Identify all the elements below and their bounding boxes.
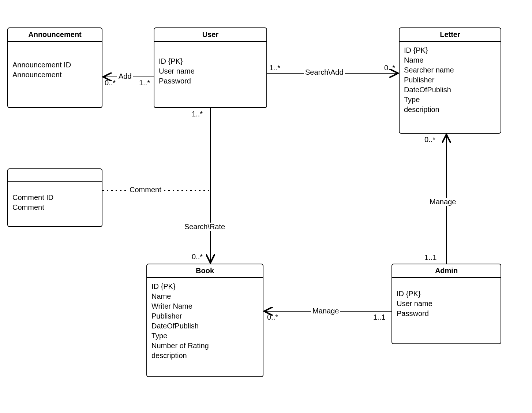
mult: 1..*: [192, 110, 203, 118]
class-title: Announcement: [8, 28, 102, 42]
assoc-label-manage-book: Manage: [311, 307, 340, 315]
class-user: User ID {PK} User name Password: [154, 27, 267, 108]
attr: Number of Rating: [151, 341, 258, 351]
mult: 0..*: [105, 79, 116, 87]
attr: Announcement: [12, 70, 97, 80]
attr: Comment ID: [12, 193, 97, 202]
mult: 1..1: [373, 313, 385, 321]
attr: ID {PK}: [151, 282, 258, 291]
class-admin: Admin ID {PK} User name Password: [391, 264, 501, 344]
attr: Password: [159, 76, 262, 86]
class-title: Letter: [400, 28, 501, 42]
assoc-label-manage-letter: Manage: [428, 198, 457, 206]
attr: User name: [397, 299, 496, 309]
attr: ID {PK}: [397, 289, 496, 299]
assoc-label-comment: Comment: [128, 186, 163, 194]
class-title: [8, 169, 102, 182]
mult: 1..1: [424, 253, 437, 262]
class-letter: Letter ID {PK} Name Searcher name Publis…: [399, 27, 501, 134]
attr: Publisher: [151, 311, 258, 321]
assoc-label-search-add: Search\Add: [304, 68, 345, 77]
class-title: Admin: [392, 264, 501, 278]
attr: Type: [404, 95, 496, 105]
attr: Writer Name: [151, 301, 258, 311]
mult: 1..*: [139, 79, 150, 87]
attr: Password: [397, 309, 496, 319]
assoc-label-add: Add: [117, 72, 133, 81]
attr: DateOfPublish: [404, 85, 496, 95]
attr: description: [151, 351, 258, 361]
class-body: Announcement ID Announcement: [8, 42, 102, 83]
mult: 0..*: [192, 253, 203, 261]
attr: DateOfPublish: [151, 321, 258, 331]
mult: 0..*: [384, 64, 395, 72]
class-body: ID {PK} Name Searcher name Publisher Dat…: [400, 42, 501, 118]
attr: Searcher name: [404, 65, 496, 75]
attr: Name: [404, 55, 496, 65]
attr: Announcement ID: [12, 60, 97, 70]
mult: 0..*: [424, 135, 435, 144]
attr: ID {PK}: [404, 45, 496, 55]
class-body: Comment ID Comment: [8, 182, 102, 216]
class-body: ID {PK} User name Password: [392, 278, 501, 322]
mult: 1..*: [269, 64, 280, 72]
attr: ID {PK}: [159, 56, 262, 66]
attr: Publisher: [404, 75, 496, 85]
attr: Comment: [12, 202, 97, 212]
class-book: Book ID {PK} Name Writer Name Publisher …: [146, 264, 263, 377]
uml-class-diagram: Announcement Announcement ID Announcemen…: [0, 0, 532, 413]
class-comment: Comment ID Comment: [7, 168, 102, 227]
class-body: ID {PK} Name Writer Name Publisher DateO…: [147, 278, 263, 364]
class-announcement: Announcement Announcement ID Announcemen…: [7, 27, 102, 108]
class-body: ID {PK} User name Password: [154, 42, 266, 90]
class-title: Book: [147, 264, 263, 278]
attr: Type: [151, 331, 258, 341]
attr: description: [404, 105, 496, 115]
class-title: User: [154, 28, 266, 42]
attr: Name: [151, 291, 258, 301]
mult: 0..*: [267, 313, 278, 321]
assoc-label-search-rate: Search\Rate: [183, 223, 226, 231]
attr: User name: [159, 66, 262, 76]
